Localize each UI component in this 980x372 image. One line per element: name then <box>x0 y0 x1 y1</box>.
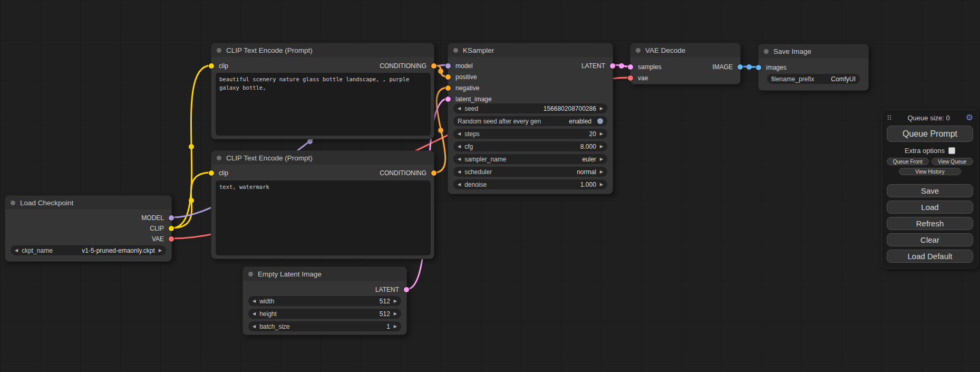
input-slot-negative: negative <box>448 82 613 93</box>
slot-label: clip <box>219 62 228 70</box>
extra-options-label: Extra options <box>905 147 945 155</box>
node-collapse-dot[interactable] <box>764 49 769 54</box>
cfg-widget[interactable]: ◀ cfg 8.000 ▶ <box>453 141 607 151</box>
next-arrow-icon[interactable]: ▶ <box>394 324 397 329</box>
drag-handle-icon[interactable]: ⠿ <box>887 114 892 122</box>
prev-arrow-icon[interactable]: ◀ <box>458 144 461 149</box>
next-arrow-icon[interactable]: ▶ <box>600 182 603 187</box>
prev-arrow-icon[interactable]: ◀ <box>458 157 461 161</box>
steps-widget[interactable]: ◀ steps 20 ▶ <box>453 129 607 139</box>
seed-widget[interactable]: ◀ seed 156680208700286 ▶ <box>453 103 607 113</box>
vae-output-port[interactable] <box>169 236 174 242</box>
prev-arrow-icon[interactable]: ◀ <box>458 106 461 111</box>
node-title-bar[interactable]: Empty Latent Image <box>243 267 406 281</box>
node-graph-canvas[interactable]: Load Checkpoint MODEL CLIP VAE ◀ ckpt_na… <box>0 0 980 372</box>
node-title-bar[interactable]: KSampler <box>448 43 613 57</box>
node-title-bar[interactable]: VAE Decode <box>630 43 740 57</box>
next-arrow-icon[interactable]: ▶ <box>394 311 397 316</box>
queue-prompt-button[interactable]: Queue Prompt <box>887 126 973 142</box>
next-arrow-icon[interactable]: ▶ <box>600 131 603 136</box>
widget-value: 1.000 <box>580 181 596 188</box>
prev-arrow-icon[interactable]: ◀ <box>458 182 461 187</box>
node-clip-text-encode-positive[interactable]: CLIP Text Encode (Prompt) clip CONDITION… <box>211 43 434 139</box>
queue-front-button[interactable]: Queue Front <box>887 158 929 165</box>
slot-label: VAE <box>152 235 164 243</box>
ckpt-name-widget[interactable]: ◀ ckpt_name v1-5-pruned-emaonly.ckpt ▶ <box>11 245 166 255</box>
sampler-name-widget[interactable]: ◀ sampler_name euler ▶ <box>453 154 607 164</box>
vae-input-port[interactable] <box>628 75 633 81</box>
prev-arrow-icon[interactable]: ◀ <box>15 248 18 253</box>
node-title-bar[interactable]: CLIP Text Encode (Prompt) <box>211 151 434 165</box>
image-output-port[interactable] <box>738 64 743 70</box>
latent-image-input-port[interactable] <box>445 97 451 102</box>
node-collapse-dot[interactable] <box>636 48 641 53</box>
random-seed-toggle-widget[interactable]: Random seed after every gen enabled <box>453 116 607 126</box>
slot-row-samples-image: samples IMAGE <box>630 62 740 72</box>
node-collapse-dot[interactable] <box>217 48 221 53</box>
conditioning-output-port[interactable] <box>431 170 436 176</box>
slot-label: LATENT <box>375 286 399 293</box>
node-title-bar[interactable]: Save Image <box>759 44 868 58</box>
node-save-image[interactable]: Save Image images filename_prefix ComfyU… <box>758 44 869 91</box>
clip-output-port[interactable] <box>169 226 174 231</box>
clear-button[interactable]: Clear <box>887 233 973 246</box>
toggle-dot[interactable] <box>597 118 603 124</box>
prev-arrow-icon[interactable]: ◀ <box>458 169 461 174</box>
negative-input-port[interactable] <box>445 85 451 91</box>
link-midpoint-dot <box>189 144 194 149</box>
next-arrow-icon[interactable]: ▶ <box>600 157 603 161</box>
node-collapse-dot[interactable] <box>248 272 253 276</box>
node-collapse-dot[interactable] <box>453 48 458 53</box>
node-collapse-dot[interactable] <box>217 156 221 160</box>
next-arrow-icon[interactable]: ▶ <box>600 169 603 174</box>
node-clip-text-encode-negative[interactable]: CLIP Text Encode (Prompt) clip CONDITION… <box>211 150 434 259</box>
refresh-button[interactable]: Refresh <box>887 217 973 230</box>
node-title-bar[interactable]: Load Checkpoint <box>5 196 171 209</box>
prev-arrow-icon[interactable]: ◀ <box>458 131 461 136</box>
save-button[interactable]: Save <box>887 184 973 197</box>
node-title-bar[interactable]: CLIP Text Encode (Prompt) <box>211 43 434 57</box>
prev-arrow-icon[interactable]: ◀ <box>253 324 256 329</box>
next-arrow-icon[interactable]: ▶ <box>600 144 603 149</box>
prompt-textarea[interactable]: beautiful scenery nature glass bottle la… <box>216 73 431 136</box>
slot-row-clip-conditioning: clip CONDITIONING <box>211 168 434 178</box>
scheduler-widget[interactable]: ◀ scheduler normal ▶ <box>453 167 607 177</box>
latent-output-port[interactable] <box>404 287 409 292</box>
slot-label: CLIP <box>150 225 164 232</box>
batch-size-widget[interactable]: ◀ batch_size 1 ▶ <box>248 321 401 331</box>
clip-input-port[interactable] <box>209 170 214 176</box>
conditioning-output-port[interactable] <box>431 63 436 69</box>
height-widget[interactable]: ◀ height 512 ▶ <box>248 309 401 319</box>
next-arrow-icon[interactable]: ▶ <box>600 106 603 111</box>
node-load-checkpoint[interactable]: Load Checkpoint MODEL CLIP VAE ◀ ckpt_na… <box>5 195 172 262</box>
clip-input-port[interactable] <box>209 63 214 69</box>
load-default-button[interactable]: Load Default <box>887 250 973 263</box>
widget-value: v1-5-pruned-emaonly.ckpt <box>82 247 155 254</box>
settings-gear-icon[interactable]: ⚙ <box>966 113 973 122</box>
view-history-button[interactable]: View History <box>899 168 961 175</box>
model-input-port[interactable] <box>445 63 451 69</box>
view-queue-button[interactable]: View Queue <box>932 158 974 165</box>
node-vae-decode[interactable]: VAE Decode samples IMAGE vae <box>630 43 741 84</box>
node-title: CLIP Text Encode (Prompt) <box>226 46 313 54</box>
samples-input-port[interactable] <box>628 64 633 70</box>
queue-size-label: Queue size: 0 <box>892 114 966 122</box>
denoise-widget[interactable]: ◀ denoise 1.000 ▶ <box>453 179 607 189</box>
slot-label: images <box>766 64 787 71</box>
width-widget[interactable]: ◀ width 512 ▶ <box>248 296 401 306</box>
model-output-port[interactable] <box>169 215 174 221</box>
positive-input-port[interactable] <box>445 74 451 80</box>
latent-output-port[interactable] <box>610 63 615 69</box>
next-arrow-icon[interactable]: ▶ <box>394 299 397 303</box>
filename-prefix-widget[interactable]: filename_prefix ComfyUI <box>767 74 860 84</box>
node-empty-latent-image[interactable]: Empty Latent Image LATENT ◀ width 512 ▶ … <box>242 266 407 335</box>
images-input-port[interactable] <box>756 65 761 70</box>
next-arrow-icon[interactable]: ▶ <box>159 248 162 253</box>
prev-arrow-icon[interactable]: ◀ <box>253 311 256 316</box>
prompt-textarea[interactable]: text, watermark <box>216 180 431 255</box>
load-button[interactable]: Load <box>887 201 973 214</box>
extra-options-checkbox[interactable] <box>948 147 955 154</box>
node-ksampler[interactable]: KSampler model LATENT positive negative … <box>448 43 613 194</box>
node-collapse-dot[interactable] <box>11 201 15 205</box>
prev-arrow-icon[interactable]: ◀ <box>253 299 256 303</box>
